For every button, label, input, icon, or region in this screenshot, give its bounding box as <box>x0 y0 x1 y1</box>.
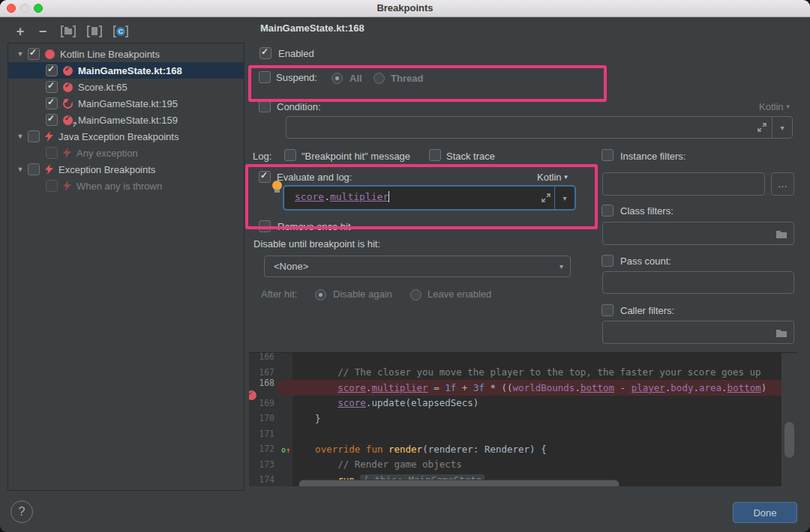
group-by-breakpoint-file-button[interactable] <box>58 22 78 40</box>
evaluate-history-dropdown-button[interactable]: ▾ <box>554 187 574 209</box>
condition-history-dropdown-button[interactable]: ▾ <box>772 117 792 138</box>
tree-item-label: Java Exception Breakpoints <box>58 131 178 142</box>
class-filters-input[interactable] <box>602 222 794 245</box>
tree-expander-icon[interactable]: ▼ <box>13 166 28 173</box>
after-hit-label: After hit: <box>261 288 297 300</box>
suspend-all-radio[interactable] <box>332 73 343 84</box>
evaluate-language-dropdown[interactable]: Kotlin ▾ <box>537 172 568 183</box>
tree-item-label: MainGameState.kt:159 <box>78 115 178 126</box>
group-by-file-button[interactable] <box>85 22 104 40</box>
breakpoint-tree-item[interactable]: When any is thrown <box>8 178 244 194</box>
tree-item-checkbox[interactable] <box>46 180 58 192</box>
suspend-thread-radio[interactable] <box>374 73 385 84</box>
code-line: 171 <box>249 426 782 442</box>
horizontal-scrollbar-thumb[interactable] <box>298 480 620 486</box>
override-method-gutter-icon[interactable]: o↑ <box>281 446 290 454</box>
instance-filters-browse-button[interactable]: … <box>771 172 794 196</box>
breakpoint-tree-item[interactable]: Any exception <box>8 145 244 161</box>
code-text: score.update(elapsedSecs) <box>292 397 782 408</box>
tree-expander-icon[interactable]: ▼ <box>13 133 28 140</box>
breakpoint-tree-item[interactable]: ▼Exception Breakpoints <box>8 161 244 178</box>
verified-breakpoint-icon <box>63 82 73 92</box>
tree-item-checkbox[interactable]: ✓ <box>46 81 58 93</box>
pass-count-checkbox[interactable] <box>602 255 614 267</box>
line-number[interactable]: 172o↑ <box>249 444 292 454</box>
breakpoint-tree-item[interactable]: ✓Score.kt:65 <box>8 79 244 95</box>
code-preview-editor[interactable]: 166167 // The closer you move the player… <box>249 352 797 486</box>
evaluate-expression-input[interactable]: score.multiplier ▾ <box>283 185 576 211</box>
tree-item-label: Exception Breakpoints <box>58 164 155 175</box>
add-breakpoint-button[interactable]: + <box>10 22 30 40</box>
condition-language-dropdown[interactable]: Kotlin ▾ <box>759 101 790 112</box>
evaluate-and-log-checkbox[interactable]: ✓ <box>259 171 271 183</box>
after-hit-disable-again-radio[interactable] <box>315 289 326 300</box>
class-brackets-icon: C <box>113 25 128 37</box>
suspend-checkbox[interactable] <box>259 71 271 83</box>
code-line: 167 // The closer you move the player to… <box>249 365 782 381</box>
line-number[interactable]: 173 <box>249 459 292 470</box>
tree-item-checkbox[interactable]: ✓ <box>28 48 40 60</box>
line-number[interactable]: 174 <box>249 474 292 485</box>
exception-breakpoint-icon <box>63 148 71 158</box>
vertical-scrollbar-thumb[interactable] <box>784 422 794 458</box>
stack-trace-checkbox[interactable] <box>429 149 441 161</box>
condition-input[interactable]: ▾ <box>286 116 793 139</box>
chevron-down-icon: ▾ <box>560 262 563 270</box>
enabled-label: Enabled <box>278 48 314 59</box>
caller-filters-checkbox[interactable] <box>602 304 614 316</box>
vertical-scrollbar[interactable] <box>782 353 797 486</box>
instance-filters-input[interactable] <box>602 172 765 196</box>
folder-icon[interactable] <box>776 328 788 337</box>
caller-filters-label: Caller filters: <box>620 305 674 316</box>
page-title: MainGameState.kt:168 <box>260 22 364 34</box>
tree-item-checkbox[interactable] <box>46 147 58 159</box>
line-number[interactable]: 166 <box>249 352 292 362</box>
remove-breakpoint-button[interactable]: − <box>33 22 52 40</box>
breakpoint-tree-item[interactable]: ✓MainGameState.kt:168 <box>8 62 244 79</box>
line-number[interactable]: 169 <box>249 398 292 408</box>
code-line: 166 <box>249 352 782 365</box>
breakpoint-tree-item[interactable]: ✓?MainGameState.kt:159 <box>8 112 244 128</box>
code-text: score.multiplier = 1f + 3f * ((worldBoun… <box>292 382 782 393</box>
group-by-class-button[interactable]: C <box>111 22 130 40</box>
tree-item-label: Score.kt:65 <box>78 82 128 93</box>
tree-item-checkbox[interactable]: ✓ <box>46 64 58 76</box>
class-filters-checkbox[interactable] <box>602 205 614 217</box>
breakpoint-hit-message-checkbox[interactable] <box>284 149 296 161</box>
tree-item-checkbox[interactable] <box>28 163 40 175</box>
tree-item-checkbox[interactable]: ✓ <box>46 97 58 109</box>
breakpoint-hit-message-label: "Breakpoint hit" message <box>302 151 410 162</box>
help-button[interactable]: ? <box>10 501 33 523</box>
done-button[interactable]: Done <box>733 502 797 523</box>
tree-item-checkbox[interactable]: ✓ <box>46 114 58 126</box>
code-text: // Render game objects <box>292 459 782 470</box>
remove-once-hit-label: Remove once hit <box>278 221 351 232</box>
instance-filters-label: Instance filters: <box>620 151 686 162</box>
line-number[interactable]: 171 <box>249 429 292 439</box>
instance-filters-checkbox[interactable] <box>602 149 614 161</box>
tree-item-label: Kotlin Line Breakpoints <box>60 49 160 60</box>
expand-field-icon[interactable] <box>758 123 766 132</box>
caller-filters-input[interactable] <box>602 321 794 344</box>
line-number[interactable]: 170 <box>249 413 292 423</box>
expand-field-icon[interactable] <box>542 193 550 202</box>
tree-expander-icon[interactable]: ▼ <box>13 50 28 58</box>
breakpoint-tree-item[interactable]: ✓MainGameState.kt:195 <box>8 95 244 112</box>
remove-once-hit-checkbox[interactable] <box>259 220 271 232</box>
condition-checkbox[interactable] <box>259 100 271 112</box>
enabled-checkbox[interactable]: ✓ <box>260 47 272 59</box>
folder-icon[interactable] <box>776 229 788 238</box>
disable-until-combobox[interactable]: <None> ▾ <box>264 256 571 277</box>
disable-until-label: Disable until breakpoint is hit: <box>254 238 380 250</box>
verified-breakpoint-icon <box>63 66 73 76</box>
exception-breakpoint-icon <box>45 164 53 175</box>
tree-item-checkbox[interactable] <box>28 130 40 142</box>
breakpoint-tree-item[interactable]: ▼Java Exception Breakpoints <box>8 128 244 145</box>
breakpoint-icon <box>45 49 55 59</box>
breakpoint-tree-item[interactable]: ▼✓Kotlin Line Breakpoints <box>8 46 244 62</box>
pass-count-input[interactable] <box>602 271 794 294</box>
code-text: // The closer you move the player to the… <box>292 366 782 378</box>
after-hit-leave-enabled-radio[interactable] <box>410 289 422 300</box>
breakpoints-tree: ▼✓Kotlin Line Breakpoints✓MainGameState.… <box>8 43 244 491</box>
line-number[interactable]: 167 <box>249 367 292 378</box>
